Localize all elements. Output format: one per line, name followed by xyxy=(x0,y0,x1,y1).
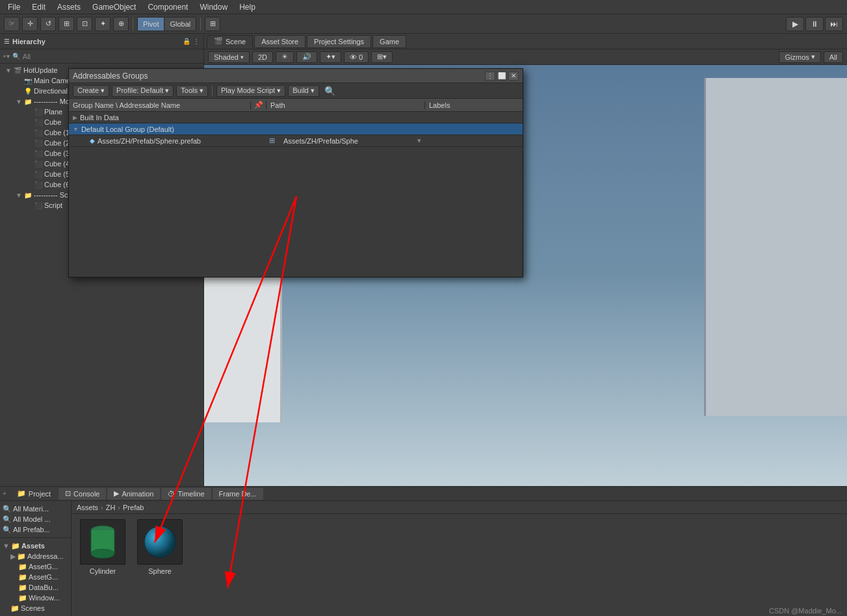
animation-tab[interactable]: ▶ Animation xyxy=(107,488,160,500)
hierarchy-menu-icon: ☰ xyxy=(4,38,10,45)
asset-store-tab[interactable]: Asset Store xyxy=(254,35,306,48)
menu-help[interactable]: Help xyxy=(234,1,261,13)
svg-point-2 xyxy=(91,549,114,558)
pt-window[interactable]: 📁 Window... xyxy=(0,593,71,603)
fx-btn[interactable]: ✦▾ xyxy=(320,51,341,63)
project-tab-icon: 📁 xyxy=(17,489,26,498)
2d-btn[interactable]: 2D xyxy=(252,51,273,63)
breadcrumb-assets[interactable]: Assets xyxy=(77,504,98,511)
rect-tool-btn[interactable]: ⊡ xyxy=(77,17,92,31)
scene-vis-btn[interactable]: 👁 0 xyxy=(344,51,369,63)
dialog-toolbar: Create ▾ Profile: Default ▾ Tools ▾ Play… xyxy=(69,83,523,99)
custom-tool-btn[interactable]: ⊕ xyxy=(113,17,129,31)
transform-tool-btn[interactable]: ✦ xyxy=(95,17,111,31)
project-tab[interactable]: 📁 Project xyxy=(10,488,57,500)
pt-all-models[interactable]: 🔍 All Model ... xyxy=(0,514,71,524)
built-in-data-row[interactable]: ▶ Built In Data xyxy=(69,112,523,123)
hierarchy-lock-icon[interactable]: 🔒 xyxy=(183,38,190,45)
breadcrumb: Assets › ZH › Prefab xyxy=(72,501,847,514)
scene-tab[interactable]: 🎬 Scene xyxy=(207,35,253,48)
default-local-group-row[interactable]: ▼ Default Local Group (Default) xyxy=(69,123,523,135)
pt-all-materials[interactable]: 🔍 All Materi... xyxy=(0,504,71,514)
pt-databu[interactable]: 📁 DataBu... xyxy=(0,582,71,593)
cylinder-asset-icon xyxy=(80,519,125,565)
hotupdate-arrow: ▼ xyxy=(5,67,13,74)
pt-all-materials-icon: 🔍 xyxy=(3,505,12,513)
project-settings-tab[interactable]: Project Settings xyxy=(307,35,371,48)
cube6-icon: ⬛ xyxy=(34,180,43,189)
hand-tool-btn[interactable]: ☞ xyxy=(4,17,20,31)
timeline-tab[interactable]: ⏱ Timeline xyxy=(161,488,211,500)
default-local-group-name: ▼ Default Local Group (Default) xyxy=(69,125,251,133)
pt-assets[interactable]: ▼ 📁 Assets xyxy=(0,541,71,551)
grid-btn[interactable]: ⊞ xyxy=(205,17,220,31)
light-arrow xyxy=(16,88,23,95)
cube5-icon: ⬛ xyxy=(34,170,43,179)
move-tool-btn[interactable]: ✛ xyxy=(22,17,38,31)
scale-tool-btn[interactable]: ⊞ xyxy=(59,17,74,31)
dialog-close-btn[interactable]: ✕ xyxy=(508,71,519,81)
bottom-add-btn[interactable]: + xyxy=(3,490,7,497)
project-settings-tab-label: Project Settings xyxy=(314,38,364,45)
play-button[interactable]: ▶ xyxy=(786,17,804,31)
pt-assets-label: Assets xyxy=(21,542,45,550)
profile-btn[interactable]: Profile: Default ▾ xyxy=(112,85,174,97)
pt-assetg2-icon: 📁 xyxy=(18,573,27,582)
pause-button[interactable]: ⏸ xyxy=(805,17,824,31)
cylinder-asset[interactable]: Cylinder xyxy=(77,519,129,575)
gizmos-dropdown[interactable]: Gizmos ▾ xyxy=(779,51,820,63)
breadcrumb-zh[interactable]: ZH xyxy=(106,504,116,511)
svg-point-5 xyxy=(144,526,176,558)
sphere-label: Sphere xyxy=(148,567,171,575)
menu-file[interactable]: File xyxy=(3,1,25,13)
menu-window[interactable]: Window xyxy=(194,1,233,13)
project-main-area: Assets › ZH › Prefab xyxy=(72,501,847,616)
menu-assets[interactable]: Assets xyxy=(52,1,86,13)
sphere-prefab-icon: ◆ xyxy=(90,137,95,144)
play-mode-script-btn[interactable]: Play Mode Script ▾ xyxy=(216,85,285,97)
console-tab[interactable]: ⊡ Console xyxy=(59,488,106,500)
create-btn[interactable]: Create ▾ xyxy=(73,85,109,97)
dialog-search-icon[interactable]: 🔍 xyxy=(324,86,335,96)
frame-debug-tab[interactable]: Frame De... xyxy=(213,488,263,500)
script-arrow xyxy=(26,202,34,209)
sphere-prefab-dropdown[interactable]: ▾ xyxy=(417,136,421,145)
global-toggle-btn[interactable]: Global xyxy=(164,18,196,31)
pt-all-models-icon: 🔍 xyxy=(3,515,12,524)
hierarchy-add-icon[interactable]: +▾ xyxy=(3,53,10,60)
cylinder-svg xyxy=(86,522,119,561)
audio-btn[interactable]: 🔊 xyxy=(296,51,317,63)
hierarchy-options-icon[interactable]: ⋮ xyxy=(193,38,200,45)
rotate-tool-btn[interactable]: ↺ xyxy=(40,17,56,31)
dialog-menu-btn[interactable]: ⋮ xyxy=(485,71,495,81)
menu-edit[interactable]: Edit xyxy=(27,1,51,13)
sphere-prefab-label: Assets/ZH/Prefab/Sphere.prefab xyxy=(98,137,201,145)
menu-component[interactable]: Component xyxy=(142,1,193,13)
step-button[interactable]: ⏭ xyxy=(825,17,843,31)
grid-btn2[interactable]: ⊞▾ xyxy=(371,51,393,63)
all-dropdown[interactable]: All xyxy=(824,51,843,63)
game-tab[interactable]: Game xyxy=(372,35,406,48)
pt-addressa-icon: 📁 xyxy=(17,552,26,561)
breadcrumb-arrow-1: › xyxy=(101,504,103,511)
cube6-arrow xyxy=(26,181,34,188)
pt-assetg1[interactable]: 📁 AssetG... xyxy=(0,561,71,572)
pt-scenes[interactable]: 📁 Scenes xyxy=(0,603,71,613)
sphere-asset[interactable]: Sphere xyxy=(134,519,186,575)
lighting-btn[interactable]: ☀ xyxy=(276,51,294,63)
dialog-titlebar: Addressables Groups ⋮ ⬜ ✕ xyxy=(69,69,523,83)
sphere-prefab-row[interactable]: ◆ Assets/ZH/Prefab/Sphere.prefab ⊞ Asset… xyxy=(69,135,523,147)
tools-btn[interactable]: Tools ▾ xyxy=(176,85,208,97)
pt-assetg2[interactable]: 📁 AssetG... xyxy=(0,572,71,582)
pivot-toggle-btn[interactable]: Pivot xyxy=(138,18,164,31)
shaded-dropdown[interactable]: Shaded ▾ xyxy=(208,51,250,63)
pt-addressa[interactable]: ▶ 📁 Addressa... xyxy=(0,551,71,561)
build-btn[interactable]: Build ▾ xyxy=(288,85,319,97)
dialog-maximize-btn[interactable]: ⬜ xyxy=(497,71,507,81)
pt-all-prefabs[interactable]: 🔍 All Prefab... xyxy=(0,524,71,535)
camera-icon: 📷 xyxy=(23,76,33,85)
pt-zh[interactable]: ▼ 📁 ZH xyxy=(0,613,71,616)
menu-gameobject[interactable]: GameObject xyxy=(87,1,141,13)
script-label: Script xyxy=(44,201,62,209)
cube2-arrow xyxy=(26,140,34,147)
